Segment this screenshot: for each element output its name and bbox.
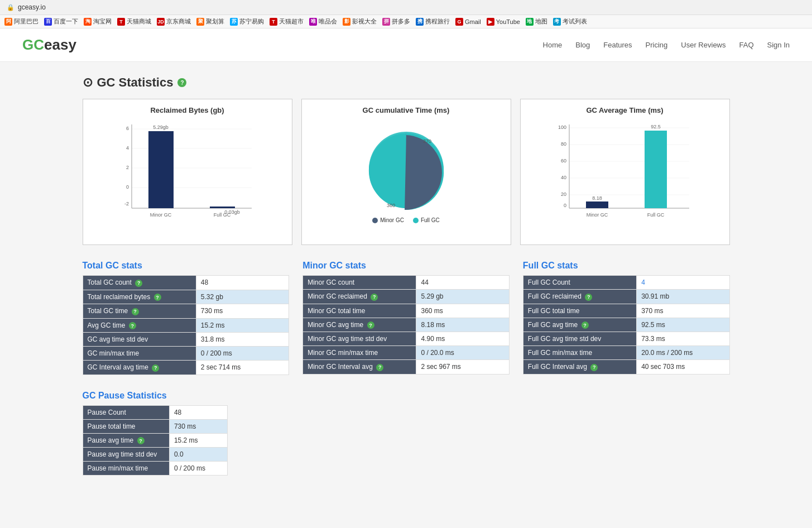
bookmark-baidu[interactable]: 百 百度一下 bbox=[44, 17, 78, 26]
bookmark-juhua[interactable]: 聚 聚划算 bbox=[196, 17, 224, 26]
full-gc-reclaimed-value: 30.91 mb bbox=[637, 290, 729, 304]
nav-faq[interactable]: FAQ bbox=[739, 41, 754, 49]
legend-full-gc-dot bbox=[413, 218, 419, 223]
svg-rect-11 bbox=[148, 131, 174, 208]
full-gc-reclaimed-label: Full GC reclaimed ? bbox=[523, 290, 636, 304]
full-gc-interval-label: Full GC Interval avg ? bbox=[523, 360, 636, 375]
bookmark-tianmaocs[interactable]: T 天猫超市 bbox=[270, 17, 304, 26]
bookmark-vipshop[interactable]: 唯 唯品会 bbox=[309, 17, 337, 26]
pause-stats-section: GC Pause Statistics Pause Count 48 Pause… bbox=[83, 391, 730, 476]
full-gc-avg-time-label: Full GC avg time ? bbox=[523, 318, 636, 332]
bookmark-taobao[interactable]: 淘 淘宝网 bbox=[84, 17, 112, 26]
total-gc-table: Total GC count ? 48 Total reclaimed byte… bbox=[83, 275, 290, 375]
bookmark-label-exam: 考试列表 bbox=[563, 17, 587, 26]
table-row: Avg GC time ? 15.2 ms bbox=[83, 318, 289, 333]
avg-gc-time-value: 15.2 ms bbox=[196, 318, 289, 333]
bookmark-exam[interactable]: 考 考试列表 bbox=[553, 17, 587, 26]
nav-home[interactable]: Home bbox=[543, 41, 563, 49]
nav-pricing[interactable]: Pricing bbox=[646, 41, 668, 49]
nav-sign-in[interactable]: Sign In bbox=[767, 41, 790, 49]
page-title-help-icon[interactable]: ? bbox=[177, 78, 186, 87]
bookmark-label-youtube: YouTube bbox=[496, 18, 520, 25]
minor-gc-min-max-value: 0 / 20.0 ms bbox=[416, 346, 509, 360]
minor-gc-min-max-label: Minor GC min/max time bbox=[303, 346, 416, 360]
full-gc-interval-help[interactable]: ? bbox=[590, 364, 598, 371]
pause-avg-time-label: Pause avg time ? bbox=[83, 433, 169, 448]
nav-user-reviews[interactable]: User Reviews bbox=[681, 41, 725, 49]
reclaimed-bar-svg: 6 4 2 0 -2 5.29gb bbox=[90, 119, 285, 236]
bookmark-map[interactable]: 地 地图 bbox=[526, 17, 547, 26]
pause-avg-help[interactable]: ? bbox=[137, 437, 145, 444]
svg-text:0: 0 bbox=[126, 184, 128, 190]
bookmark-label-tianmao: 天猫商城 bbox=[127, 17, 151, 26]
full-gc-title: Full GC stats bbox=[523, 261, 730, 271]
bookmark-pinduoduo[interactable]: 拼 拼多多 bbox=[382, 17, 410, 26]
svg-text:4: 4 bbox=[126, 145, 128, 151]
page-content: ⊙ GC Statistics ? Reclaimed Bytes (gb) 6… bbox=[71, 62, 741, 505]
bookmark-label-alibaba: 阿里巴巴 bbox=[14, 17, 39, 26]
full-gc-reclaimed-help[interactable]: ? bbox=[585, 294, 592, 301]
bookmark-youtube[interactable]: ▶ YouTube bbox=[487, 18, 520, 26]
chart-icon: ⊙ bbox=[83, 75, 93, 90]
table-row: Minor GC min/max time 0 / 20.0 ms bbox=[303, 346, 510, 360]
bookmark-icon-baidu: 百 bbox=[44, 18, 52, 26]
table-row: Full GC reclaimed ? 30.91 mb bbox=[523, 290, 729, 304]
total-reclaimed-help[interactable]: ? bbox=[154, 294, 161, 301]
svg-text:20: 20 bbox=[560, 191, 566, 197]
page-title: ⊙ GC Statistics ? bbox=[83, 75, 730, 90]
svg-text:8.18: 8.18 bbox=[592, 195, 602, 201]
svg-text:92.5: 92.5 bbox=[651, 124, 661, 129]
full-gc-avg-help[interactable]: ? bbox=[582, 321, 589, 329]
bookmark-label-suning: 苏宁易购 bbox=[239, 17, 264, 26]
svg-rect-13 bbox=[210, 207, 235, 208]
bookmark-yingshi[interactable]: 影 影视大全 bbox=[343, 17, 377, 26]
table-row: Full GC Interval avg ? 40 sec 703 ms bbox=[523, 360, 729, 375]
total-reclaimed-value: 5.32 gb bbox=[196, 290, 289, 304]
pause-stats-title: GC Pause Statistics bbox=[83, 391, 730, 401]
nav-features[interactable]: Features bbox=[603, 41, 632, 49]
bookmark-label-ctrip: 携程旅行 bbox=[425, 17, 450, 26]
nav-blog[interactable]: Blog bbox=[575, 41, 590, 49]
bookmark-suning[interactable]: 苏 苏宁易购 bbox=[230, 17, 264, 26]
bookmark-icon-tianmao: T bbox=[117, 18, 125, 26]
gc-interval-help[interactable]: ? bbox=[152, 364, 159, 372]
reclaimed-chart-area: 6 4 2 0 -2 5.29gb bbox=[90, 119, 285, 238]
avg-gc-time-help[interactable]: ? bbox=[129, 322, 136, 329]
full-gc-min-max-value: 20.0 ms / 200 ms bbox=[637, 346, 729, 360]
bookmark-jd[interactable]: JD 京东商城 bbox=[157, 17, 191, 26]
total-gc-count-help[interactable]: ? bbox=[135, 280, 142, 287]
table-row: Minor GC reclaimed ? 5.29 gb bbox=[303, 290, 510, 304]
bookmark-icon-vipshop: 唯 bbox=[309, 18, 317, 26]
svg-rect-32 bbox=[586, 201, 608, 208]
minor-gc-avg-time-label: Minor GC avg time ? bbox=[303, 318, 416, 332]
table-row: Total GC count ? 48 bbox=[83, 276, 289, 290]
bookmark-alibaba[interactable]: 阿 阿里巴巴 bbox=[4, 17, 39, 26]
minor-gc-interval-help[interactable]: ? bbox=[376, 364, 383, 371]
bookmarks-bar: 阿 阿里巴巴 百 百度一下 淘 淘宝网 T 天猫商城 JD 京东商城 聚 聚划算… bbox=[0, 15, 812, 28]
full-gc-stats-block: Full GC stats Full GC Count 4 Full GC re… bbox=[523, 261, 730, 375]
table-row: Pause min/max time 0 / 200 ms bbox=[83, 462, 227, 476]
table-row: Minor GC avg time std dev 4.90 ms bbox=[303, 332, 510, 346]
logo-easy: easy bbox=[44, 36, 76, 53]
bookmark-ctrip[interactable]: 携 携程旅行 bbox=[416, 17, 450, 26]
pause-stats-table: Pause Count 48 Pause total time 730 ms P… bbox=[83, 405, 228, 476]
bookmark-label-vipshop: 唯品会 bbox=[319, 17, 337, 26]
pause-std-dev-value: 0.0 bbox=[169, 448, 227, 462]
full-gc-std-dev-value: 73.3 ms bbox=[637, 332, 729, 346]
minor-gc-avg-help[interactable]: ? bbox=[367, 321, 374, 329]
bookmark-label-baidu: 百度一下 bbox=[54, 17, 78, 26]
logo[interactable]: GCeasy bbox=[22, 36, 76, 54]
total-gc-time-help[interactable]: ? bbox=[132, 308, 139, 315]
stats-section: Total GC stats Total GC count ? 48 Total… bbox=[83, 261, 730, 375]
table-row: Minor GC total time 360 ms bbox=[303, 304, 510, 318]
total-gc-title: Total GC stats bbox=[83, 261, 290, 271]
bookmark-tianmao[interactable]: T 天猫商城 bbox=[117, 17, 151, 26]
svg-text:100: 100 bbox=[558, 124, 566, 130]
table-row: Minor GC count 44 bbox=[303, 276, 510, 290]
bookmark-icon-youtube: ▶ bbox=[487, 18, 494, 26]
minor-gc-reclaimed-help[interactable]: ? bbox=[371, 294, 378, 301]
bookmark-gmail[interactable]: G Gmail bbox=[455, 18, 481, 26]
minor-gc-interval-value: 2 sec 967 ms bbox=[416, 360, 509, 375]
charts-row: Reclaimed Bytes (gb) 6 4 2 0 -2 bbox=[83, 99, 730, 245]
minor-gc-title: Minor GC stats bbox=[302, 261, 510, 271]
